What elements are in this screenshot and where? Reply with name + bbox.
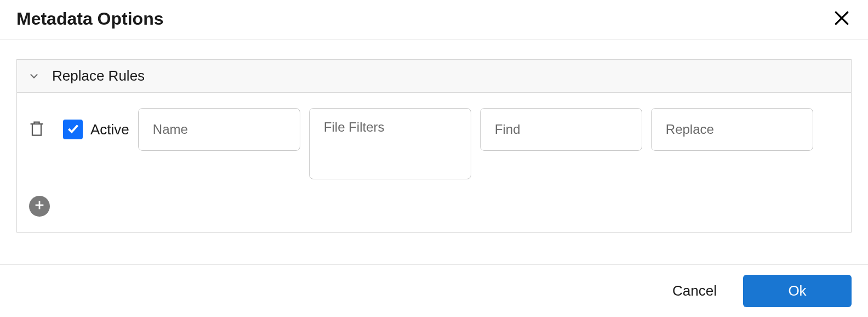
- add-rule-row: [29, 196, 839, 217]
- rule-row: Active: [29, 108, 839, 179]
- dialog-title: Metadata Options: [16, 9, 163, 29]
- active-label: Active: [90, 121, 129, 138]
- close-button[interactable]: [832, 9, 852, 29]
- close-icon: [833, 9, 850, 29]
- dialog-body: Replace Rules: [0, 39, 868, 264]
- dialog-header: Metadata Options: [0, 0, 868, 39]
- metadata-options-dialog: Metadata Options Replace Rules: [0, 0, 868, 317]
- trash-icon: [29, 120, 44, 139]
- name-input[interactable]: [138, 108, 300, 151]
- active-checkbox-group: Active: [63, 108, 129, 151]
- active-checkbox[interactable]: [63, 120, 83, 139]
- find-input[interactable]: [480, 108, 642, 151]
- ok-button[interactable]: Ok: [743, 275, 852, 307]
- panel-title: Replace Rules: [52, 67, 145, 84]
- plus-icon: [33, 199, 45, 213]
- replace-input[interactable]: [651, 108, 813, 151]
- add-rule-button[interactable]: [29, 196, 50, 217]
- panel-header[interactable]: Replace Rules: [17, 60, 851, 93]
- chevron-down-icon: [28, 70, 40, 82]
- replace-rules-panel: Replace Rules: [16, 59, 852, 233]
- file-filters-input[interactable]: [309, 108, 471, 179]
- cancel-button[interactable]: Cancel: [668, 276, 721, 306]
- delete-rule-button[interactable]: [29, 108, 44, 151]
- panel-body: Active: [17, 93, 851, 232]
- dialog-footer: Cancel Ok: [0, 264, 868, 317]
- check-icon: [66, 121, 80, 138]
